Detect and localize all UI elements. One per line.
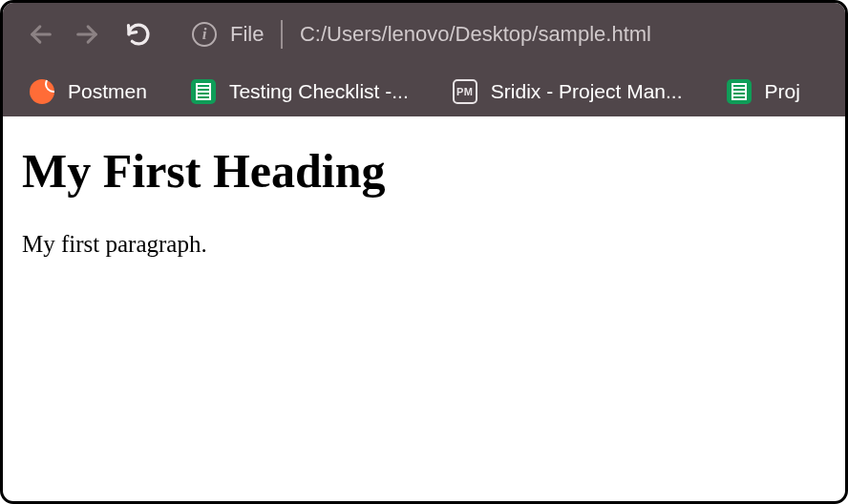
bookmark-label: Testing Checklist -... bbox=[229, 80, 409, 103]
arrow-left-icon bbox=[28, 21, 54, 48]
bookmark-sridix[interactable]: PM Sridix - Project Man... bbox=[453, 79, 683, 104]
url-text: C:/Users/lenovo/Desktop/sample.html bbox=[300, 22, 651, 47]
postmen-icon bbox=[30, 79, 54, 104]
forward-button[interactable] bbox=[68, 15, 106, 53]
address-bar[interactable]: i File C:/Users/lenovo/Desktop/sample.ht… bbox=[192, 20, 651, 49]
sheets-icon bbox=[727, 79, 752, 104]
back-button[interactable] bbox=[22, 15, 60, 53]
bookmark-label: Proj bbox=[765, 80, 800, 103]
bookmark-postmen[interactable]: Postmen bbox=[30, 79, 147, 104]
page-heading: My First Heading bbox=[22, 143, 826, 199]
reload-icon bbox=[125, 21, 152, 48]
info-icon[interactable]: i bbox=[192, 22, 217, 47]
address-divider bbox=[281, 20, 283, 49]
bookmark-testing-checklist[interactable]: Testing Checklist -... bbox=[191, 79, 409, 104]
reload-button[interactable] bbox=[119, 15, 158, 53]
bookmarks-bar: Postmen Testing Checklist -... PM Sridix… bbox=[3, 66, 845, 116]
arrow-right-icon bbox=[74, 21, 100, 48]
url-scheme-label: File bbox=[230, 22, 264, 47]
pm-icon: PM bbox=[453, 79, 477, 104]
bookmark-label: Sridix - Project Man... bbox=[491, 80, 683, 103]
page-paragraph: My first paragraph. bbox=[22, 231, 826, 258]
page-content: My First Heading My first paragraph. bbox=[3, 116, 845, 284]
bookmark-label: Postmen bbox=[68, 80, 147, 103]
bookmark-proj[interactable]: Proj bbox=[727, 79, 800, 104]
sheets-icon bbox=[191, 79, 216, 104]
browser-toolbar: i File C:/Users/lenovo/Desktop/sample.ht… bbox=[3, 3, 845, 66]
